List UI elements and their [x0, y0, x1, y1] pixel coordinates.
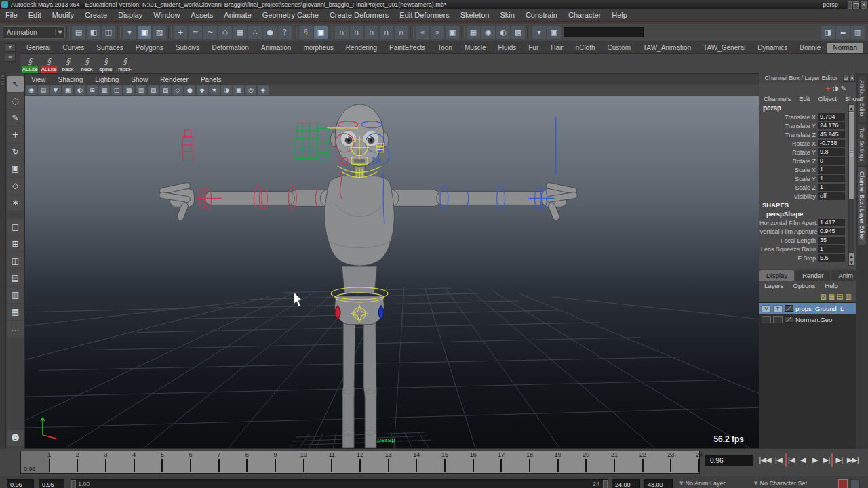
shelf-tab-surfaces[interactable]: Surfaces [90, 43, 129, 53]
side-tab-channel-box-layer-editor[interactable]: Channel Box / Layer Editor [858, 167, 866, 245]
output-connections-icon[interactable]: » [431, 26, 444, 39]
mask-rendering-icon[interactable]: ● [263, 26, 277, 39]
channel-box-menu-edit[interactable]: Edit [795, 95, 814, 102]
shelf-tab-taw-animation[interactable]: TAW_Animation [637, 43, 697, 53]
camera-attributes-icon[interactable]: ▤ [38, 85, 49, 95]
rotate-tool[interactable]: ↻ [7, 144, 24, 160]
panel-menu-shading[interactable]: Shading [52, 76, 90, 83]
step-forward-key-button[interactable]: ▶| [822, 453, 833, 467]
lasso-select-tool[interactable]: ◌ [7, 93, 24, 109]
mask-deformations-icon[interactable]: ▦ [233, 26, 247, 39]
save-scene-icon[interactable]: ◫ [102, 26, 115, 39]
new-scene-icon[interactable]: ▤ [72, 26, 85, 39]
current-time-field[interactable]: 0.96 [705, 455, 753, 466]
select-camera-icon[interactable]: ◉ [26, 85, 37, 95]
mask-joints-icon[interactable]: ≈ [189, 26, 202, 39]
snap-projected-magnet-icon[interactable]: ∩ [380, 26, 393, 39]
play-backwards-button[interactable]: ◀ [797, 453, 808, 467]
grid-toggle-icon[interactable]: ⊞ [87, 85, 98, 95]
menu-edit[interactable]: Edit [23, 11, 47, 19]
shadows-icon[interactable]: ◑ [221, 85, 232, 95]
channel-value-field[interactable]: off [818, 192, 845, 200]
layer-visible-toggle[interactable]: V [762, 305, 771, 312]
step-forward-frame-button[interactable]: ▶| [834, 453, 845, 467]
scrollbar-thumb[interactable] [849, 112, 854, 199]
group-separator[interactable] [410, 26, 414, 39]
snap-viewplane-magnet-icon[interactable]: ∩ [395, 26, 408, 39]
field-entry-mode-icon[interactable]: ▣ [547, 26, 561, 39]
new-layer-from-selected-icon[interactable]: ▦ [829, 293, 835, 300]
snap-curve-magnet-icon[interactable]: ∩ [350, 26, 363, 39]
mask-dynamics-icon[interactable]: ∴ [248, 26, 262, 39]
step-back-key-button[interactable]: |◀ [785, 453, 796, 467]
menu-assets[interactable]: Assets [185, 11, 218, 19]
shelf-tab-deformation[interactable]: Deformation [205, 43, 254, 53]
title-bar[interactable]: Autodesk Maya 2013 x64 - Educational Ver… [0, 0, 868, 9]
layer-row-props-ground-l[interactable]: VTprops_Ground_L [760, 303, 856, 314]
speed-slow-icon[interactable]: ◑ [833, 85, 839, 92]
layer-template-toggle[interactable]: T [773, 305, 783, 312]
menu-help[interactable]: Help [606, 11, 633, 19]
use-all-lights-icon[interactable]: ★ [209, 85, 220, 95]
universal-manipulator-tool[interactable]: ◇ [7, 178, 24, 194]
hyperbolic-icon[interactable]: ✎ [841, 85, 846, 92]
channel-box-menu-show[interactable]: Show [841, 95, 865, 102]
menu-create[interactable]: Create [79, 11, 113, 19]
menu-skeleton[interactable]: Skeleton [455, 11, 495, 19]
layer-tab-anim[interactable]: Anim [831, 270, 860, 281]
shelf-tab-painteffects[interactable]: PaintEffects [383, 43, 431, 53]
image-plane-icon[interactable]: ▣ [62, 85, 73, 95]
new-empty-layer-icon[interactable]: ▧ [820, 293, 826, 300]
channel-value-field[interactable]: 1 [818, 245, 845, 253]
menu-skin[interactable]: Skin [494, 11, 519, 19]
scroll-down-icon[interactable]: ▼ [849, 259, 854, 265]
play-forwards-button[interactable]: ▶ [810, 453, 821, 467]
layout-single-pane[interactable]: □ [7, 219, 24, 235]
highlight-selection-icon[interactable]: ▣ [314, 26, 328, 39]
group-separator[interactable] [330, 26, 333, 39]
soft-modification-tool[interactable]: ∗ [7, 195, 24, 211]
shelf-tab-custom[interactable]: Custom [601, 43, 637, 53]
numeric-input-field[interactable] [564, 27, 644, 37]
snap-grid-magnet-icon[interactable]: ∩ [335, 26, 349, 39]
group-separator[interactable] [527, 26, 530, 39]
channel-value-field[interactable]: 0.945 [818, 228, 845, 235]
layer-menu-layers[interactable]: Layers [760, 282, 789, 289]
ipr-render-icon[interactable]: ◉ [481, 26, 495, 39]
layer-template-toggle[interactable] [773, 316, 783, 323]
side-tab-tool-settings[interactable]: Tool Settings [858, 124, 866, 165]
menu-modify[interactable]: Modify [47, 11, 79, 19]
layout-two-pane-horizontal[interactable]: ▦ [7, 304, 24, 320]
shelf-tab-switch-icon[interactable]: ▾ [5, 43, 16, 52]
shelf-tab-fluids[interactable]: Fluids [492, 43, 523, 53]
morpheus-tool-icon[interactable]: ☻ [7, 430, 24, 446]
open-scene-icon[interactable]: ◧ [87, 26, 100, 39]
scale-tool[interactable]: ▣ [7, 161, 24, 177]
group-separator[interactable] [117, 26, 121, 39]
toolbox-grip[interactable] [0, 73, 6, 449]
go-to-end-button[interactable]: ▶▶| [846, 453, 860, 467]
shelf-tab-taw-general[interactable]: TAW_General [697, 43, 751, 53]
animation-start-field[interactable]: 0.96 [7, 479, 34, 488]
xray-icon[interactable]: ◎ [245, 85, 256, 95]
perspective-viewport[interactable]: ViewShadingLightingShowRendererPanels ◉▤… [24, 73, 760, 449]
channel-value-field[interactable]: 9.704 [818, 113, 845, 121]
textured-icon[interactable]: ◆ [197, 85, 208, 95]
resolution-gate-icon[interactable]: ◫ [111, 85, 122, 95]
shelf-tab-rendering[interactable]: Rendering [340, 43, 383, 53]
shelf-button-neck[interactable]: §neck [77, 57, 96, 73]
float-panel-icon[interactable]: ⊡ [843, 75, 849, 82]
shelf-tab-polygons[interactable]: Polygons [130, 43, 170, 53]
maximize-button[interactable]: □ [853, 1, 860, 9]
safe-action-icon[interactable]: ▧ [148, 85, 159, 95]
exposure-icon[interactable]: ◈ [258, 85, 269, 95]
layer-menu-help[interactable]: Help [820, 282, 843, 289]
channel-value-field[interactable]: 45.945 [818, 131, 845, 138]
scroll-up2-icon[interactable]: ▲ [849, 253, 854, 259]
mask-surfaces-icon[interactable]: ◇ [218, 26, 232, 39]
layout-persp-graph[interactable]: ▤ [7, 270, 24, 286]
range-slider[interactable]: 1.00 24 [71, 479, 608, 488]
menu-animate[interactable]: Animate [218, 11, 256, 19]
panel-splitter[interactable]: · · · · · · · · · [760, 262, 856, 269]
layer-menu-options[interactable]: Options [789, 282, 821, 289]
